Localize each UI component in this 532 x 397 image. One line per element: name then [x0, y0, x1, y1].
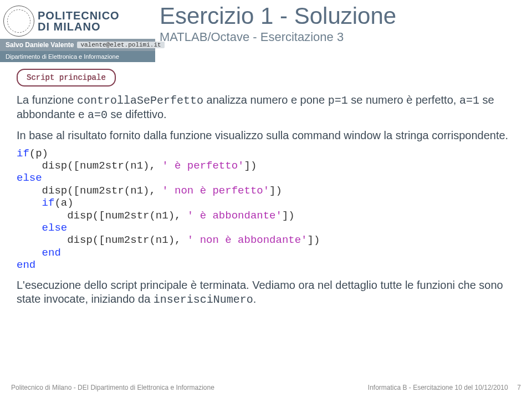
author-bar: Salvo Daniele Valente valente@elet.polim… [0, 39, 155, 51]
paragraph-1: La funzione controllaSePerfetto analizza… [17, 93, 515, 122]
department-bar: Dipartimento di Elettronica e Informazio… [0, 51, 155, 62]
logo-text-top: POLITECNICO [38, 10, 120, 21]
author-email: valente@elet.polimi.it [77, 42, 164, 48]
page-number: 7 [517, 384, 521, 391]
seal-icon [3, 6, 34, 37]
paragraph-2: In base al risultato fornito dalla funzi… [17, 129, 515, 142]
slide-footer: Politecnico di Milano - DEI Dipartimento… [11, 384, 521, 391]
logo-text-bottom: DI MILANO [38, 21, 120, 32]
footer-left: Politecnico di Milano - DEI Dipartimento… [11, 384, 214, 391]
page-title: Esercizio 1 - Soluzione [160, 3, 396, 29]
author-name: Salvo Daniele Valente [6, 41, 74, 49]
paragraph-3: L'esecuzione dello script principale è t… [17, 278, 515, 307]
code-block: if(p) disp([num2str(n1), ' è perfetto'])… [17, 147, 515, 272]
footer-right: Informatica B - Esercitazione 10 del 10/… [368, 384, 508, 391]
university-logo: POLITECNICO DI MILANO [0, 0, 155, 39]
page-subtitle: MATLAB/Octave - Esercitazione 3 [160, 30, 396, 44]
slide-header: POLITECNICO DI MILANO Salvo Daniele Vale… [0, 0, 532, 62]
header-left-column: POLITECNICO DI MILANO Salvo Daniele Vale… [0, 0, 155, 62]
slide-content: Script principale La funzione controllaS… [0, 62, 532, 307]
script-label-box: Script principale [17, 69, 116, 86]
